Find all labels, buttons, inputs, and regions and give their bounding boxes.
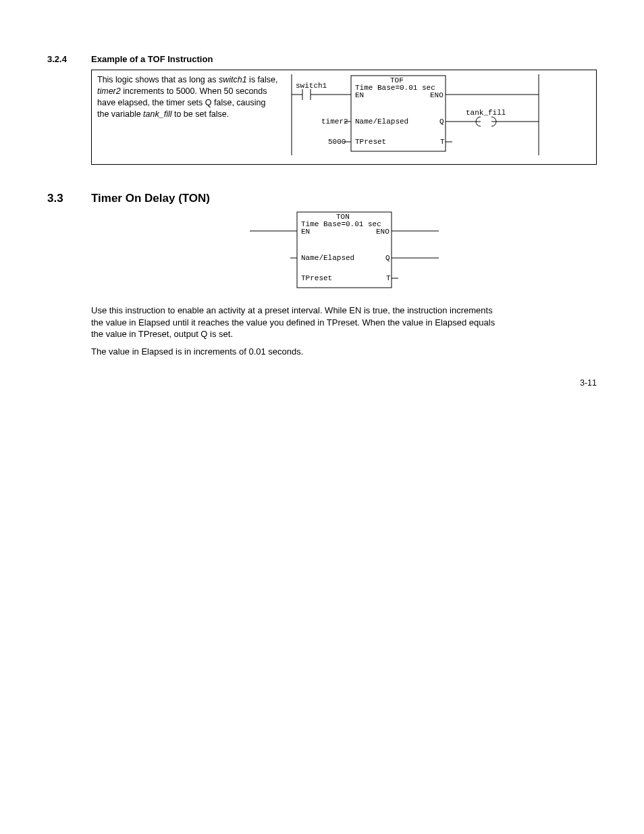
ton-ladder-svg: TON Time Base=0.01 sec EN ENO Name/Elaps… [243,211,446,290]
ton-time-base: Time Base=0.01 sec [301,220,381,228]
ton-t: T [386,274,391,282]
ton-en: EN [301,228,310,236]
ton-paragraph-1: Use this instruction to enable an activi… [91,305,496,340]
ton-diagram-container: TON Time Base=0.01 sec EN ENO Name/Elaps… [91,211,597,292]
ton-paragraph-2: The value in Elapsed is in increments of… [91,346,496,358]
heading-324: 3.2.4 Example of a TOF Instruction [47,54,597,64]
heading-324-title: Example of a TOF Instruction [91,54,213,64]
text-italic: switch1 [219,75,247,84]
tof-eno: ENO [430,91,444,99]
heading-324-number: 3.2.4 [47,54,91,64]
ton-q: Q [385,254,390,262]
text-fragment: This logic shows that as long as [97,75,219,84]
page-number: 3-11 [580,378,597,388]
text-fragment: to be set false. [172,109,230,119]
text-fragment: is false, [247,75,278,84]
label-tank-fill: tank_fill [466,109,506,117]
tof-t: T [440,138,445,146]
heading-33-title: Timer On Delay (TON) [91,192,210,205]
tof-example-box: This logic shows that as long as switch1… [91,70,597,165]
ton-name-elapsed: Name/Elapsed [301,254,354,262]
tof-q: Q [439,118,444,126]
text-italic: tank_fill [143,109,171,119]
text-italic: timer2 [97,86,121,96]
page: 3.2.4 Example of a TOF Instruction This … [0,0,644,834]
heading-33: 3.3 Timer On Delay (TON) [47,192,597,205]
tof-tpreset: TPreset [355,138,386,146]
label-timer2: timer2 [321,118,348,126]
tof-time-base: Time Base=0.01 sec [355,84,435,92]
label-5000: 5000 [328,138,346,146]
tof-en: EN [355,91,364,99]
heading-33-number: 3.3 [47,192,91,205]
tof-ladder-diagram: switch1 TOF Time Base=0.01 sec EN ENO ti… [285,74,591,157]
ton-eno: ENO [376,228,390,236]
ton-tpreset: TPreset [301,274,332,282]
tof-ladder-svg: switch1 TOF Time Base=0.01 sec EN ENO ti… [290,74,540,155]
ton-ladder-diagram: TON Time Base=0.01 sec EN ENO Name/Elaps… [243,211,446,292]
tof-name-elapsed: Name/Elapsed [355,118,408,126]
label-switch1: switch1 [296,82,327,90]
ton-description: Use this instruction to enable an activi… [91,305,496,357]
tof-example-text: This logic shows that as long as switch1… [97,74,285,120]
